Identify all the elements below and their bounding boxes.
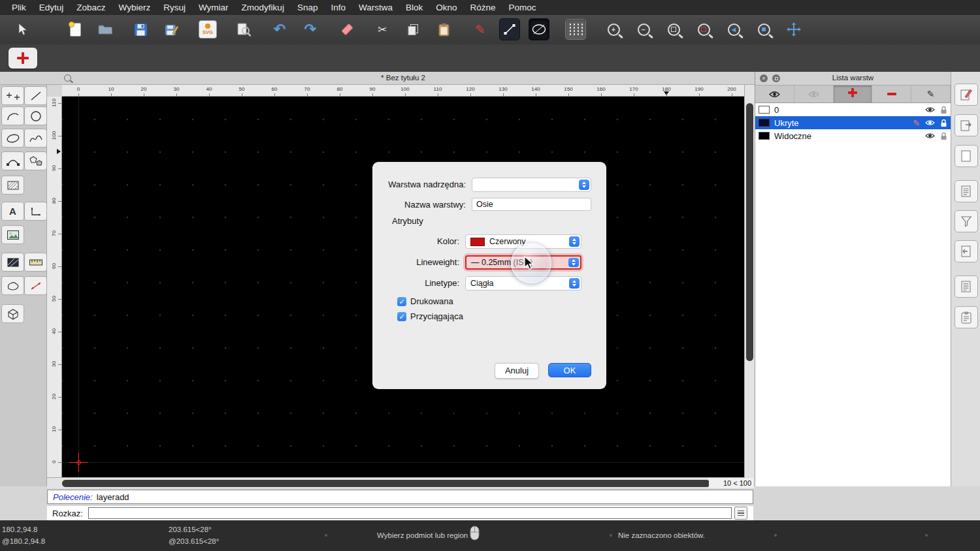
layer-lock-icon[interactable] <box>940 119 947 127</box>
zoom-out-button[interactable]: − <box>633 19 654 40</box>
remove-layer-button[interactable] <box>872 86 911 102</box>
command-input[interactable] <box>88 507 732 519</box>
dimension-tool-button[interactable] <box>24 202 47 221</box>
stepper-icon[interactable] <box>568 258 579 267</box>
zoom-window-button[interactable] <box>753 19 774 40</box>
copy-button[interactable] <box>402 19 423 40</box>
menu-item[interactable]: Wybierz <box>112 3 157 12</box>
clipboard-panel-button[interactable] <box>955 306 978 328</box>
menu-item[interactable]: Rysuj <box>157 3 192 12</box>
shape-tool-button[interactable] <box>1 276 24 295</box>
pan-button[interactable] <box>783 19 804 40</box>
ruler-tick-mark <box>568 93 569 96</box>
parent-layer-combo[interactable] <box>472 178 591 192</box>
polyline-tool-button[interactable] <box>1 151 24 170</box>
stepper-icon[interactable] <box>569 278 580 289</box>
menu-item[interactable]: Wymiar <box>192 3 235 12</box>
layer-row-widoczne[interactable]: Widoczne <box>755 129 951 142</box>
ellipse-tool-palette-button[interactable] <box>1 129 24 148</box>
hide-all-layers-button[interactable] <box>794 86 834 102</box>
select-tool-button[interactable] <box>12 19 33 40</box>
pattern-tool-button[interactable] <box>1 253 24 272</box>
zoom-previous-button[interactable]: ◀ <box>723 19 744 40</box>
svg-export-button[interactable]: SVG <box>197 19 218 40</box>
properties-panel-button[interactable] <box>955 84 978 106</box>
zoom-auto-button[interactable] <box>663 19 684 40</box>
views-panel-button[interactable] <box>955 145 978 167</box>
text-tool-button[interactable]: A <box>1 202 24 221</box>
horizontal-scrollbar[interactable] <box>47 477 744 488</box>
spline-tool-button[interactable] <box>24 129 47 148</box>
stepper-icon[interactable] <box>579 180 589 190</box>
menu-item[interactable]: Snap <box>291 3 325 12</box>
print-preview-button[interactable] <box>233 19 254 40</box>
printable-checkbox-row[interactable]: ✓ Drukowana <box>397 296 453 306</box>
cut-button[interactable]: ✂ <box>372 19 393 40</box>
layer-row-0[interactable]: 0 <box>755 103 951 116</box>
layer-edit-pen-icon[interactable]: ✎ <box>913 118 920 128</box>
command-history-button[interactable] <box>955 276 978 298</box>
measure-tool-button[interactable] <box>24 276 47 295</box>
menu-item[interactable]: Okno <box>429 3 463 12</box>
layer-visibility-icon[interactable] <box>925 133 935 139</box>
box3d-tool-button[interactable] <box>1 304 24 323</box>
paste-button[interactable] <box>433 19 454 40</box>
show-all-layers-button[interactable] <box>755 86 794 102</box>
menu-item[interactable]: Różne <box>464 3 502 12</box>
circle-tool-button[interactable] <box>24 106 47 125</box>
ruler-tick-label: 50 <box>51 292 57 306</box>
cancel-button[interactable]: Anuluj <box>495 363 539 379</box>
zoom-in-button[interactable]: + <box>603 19 624 40</box>
pen-button[interactable]: ✎ <box>470 19 491 40</box>
open-file-button[interactable] <box>95 19 116 40</box>
redo-button[interactable]: ↷ <box>300 19 321 40</box>
save-as-button[interactable] <box>161 19 182 40</box>
add-layer-button[interactable] <box>834 86 873 102</box>
image-tool-button[interactable] <box>1 225 24 244</box>
ruler-tool-button[interactable] <box>24 253 47 272</box>
menu-item[interactable]: Zobacz <box>70 3 112 12</box>
menu-item[interactable]: Warstwa <box>352 3 399 12</box>
layer-lock-icon[interactable] <box>940 132 947 140</box>
save-button[interactable] <box>130 19 151 40</box>
vertical-scrollbar[interactable] <box>744 85 755 488</box>
stepper-icon[interactable] <box>569 236 580 247</box>
arc-tool-button[interactable] <box>1 106 24 125</box>
snappable-checkbox[interactable]: ✓ <box>397 312 406 321</box>
ellipse-tool-button[interactable] <box>529 19 549 40</box>
new-file-button[interactable] <box>65 19 86 40</box>
menu-item[interactable]: Info <box>324 3 352 12</box>
undo-button[interactable]: ↶ <box>269 19 290 40</box>
blocks-panel-button[interactable] <box>955 114 978 136</box>
printable-label: Drukowana <box>410 296 453 306</box>
polygon-tool-button[interactable] <box>24 151 47 170</box>
vertical-scrollbar-thumb[interactable] <box>746 103 753 361</box>
menu-item[interactable]: Edytuj <box>33 3 71 12</box>
layer-lock-icon[interactable] <box>940 106 947 114</box>
grid-toggle-button[interactable] <box>565 19 586 40</box>
add-layer-toolbar-button[interactable] <box>8 48 37 69</box>
menu-item[interactable]: Zmodyfikuj <box>235 3 291 12</box>
layer-visibility-icon[interactable] <box>925 119 935 126</box>
snappable-checkbox-row[interactable]: ✓ Przyciągająca <box>397 311 463 321</box>
hatch-tool-button[interactable] <box>1 176 24 195</box>
menu-item[interactable]: Pomoc <box>502 3 543 12</box>
layers-panel-button[interactable] <box>955 180 978 202</box>
menu-item[interactable]: Blok <box>399 3 429 12</box>
command-options-button[interactable] <box>734 507 747 520</box>
printable-checkbox[interactable]: ✓ <box>397 297 406 306</box>
ok-button[interactable]: OK <box>548 363 591 377</box>
revert-button[interactable] <box>336 19 357 40</box>
layer-visibility-icon[interactable] <box>925 106 935 113</box>
line-tool-button[interactable] <box>499 19 520 40</box>
layer-name-input[interactable]: Osie <box>472 198 591 211</box>
line-tool-palette-button[interactable] <box>24 86 47 105</box>
menu-item[interactable]: Plik <box>5 3 33 12</box>
point-tool-button[interactable] <box>1 86 24 105</box>
library-panel-button[interactable] <box>955 240 978 262</box>
horizontal-scrollbar-thumb[interactable] <box>62 480 710 487</box>
layer-row-ukryte[interactable]: Ukryte ✎ <box>755 116 951 129</box>
zoom-selection-button[interactable] <box>693 19 714 40</box>
selection-filter-button[interactable] <box>955 210 978 232</box>
edit-layer-button[interactable]: ✎ <box>911 86 951 102</box>
